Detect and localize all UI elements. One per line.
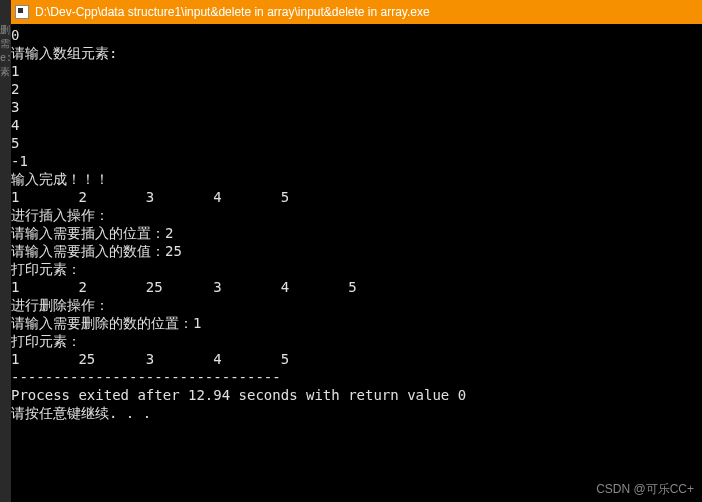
editor-gutter: 删 需 e: 素 xyxy=(0,0,11,502)
console-line: -1 xyxy=(11,153,28,169)
console-line: 5 xyxy=(11,135,19,151)
console-line: 请输入需要删除的数的位置：1 xyxy=(11,315,201,331)
console-line: 请输入需要插入的位置：2 xyxy=(11,225,173,241)
console-line: 3 xyxy=(11,99,19,115)
console-line: 0 xyxy=(11,27,19,43)
console-line: 4 xyxy=(11,117,19,133)
console-line: 2 xyxy=(11,81,19,97)
console-line: 打印元素： xyxy=(11,261,81,277)
console-line: 输入完成！！！ xyxy=(11,171,109,187)
console-line: 请输入数组元素: xyxy=(11,45,117,61)
console-line: 进行插入操作： xyxy=(11,207,109,223)
console-line: 请输入需要插入的数值：25 xyxy=(11,243,182,259)
console-line: 1 2 3 4 5 xyxy=(11,189,289,205)
console-output[interactable]: 0 请输入数组元素: 1 2 3 4 5 -1 输入完成！！！ 1 2 3 4 … xyxy=(11,24,702,502)
console-line: 1 xyxy=(11,63,19,79)
console-line: 1 2 25 3 4 5 xyxy=(11,279,357,295)
console-line: 打印元素： xyxy=(11,333,81,349)
console-line: -------------------------------- xyxy=(11,369,281,385)
console-line: 1 25 3 4 5 xyxy=(11,351,289,367)
console-line: 请按任意键继续. . . xyxy=(11,405,151,421)
watermark: CSDN @可乐CC+ xyxy=(596,481,694,498)
console-line: Process exited after 12.94 seconds with … xyxy=(11,387,466,403)
window-titlebar[interactable]: D:\Dev-Cpp\data structure1\input&delete … xyxy=(11,0,702,24)
window-title: D:\Dev-Cpp\data structure1\input&delete … xyxy=(35,5,430,19)
app-icon xyxy=(15,5,29,19)
console-line: 进行删除操作： xyxy=(11,297,109,313)
